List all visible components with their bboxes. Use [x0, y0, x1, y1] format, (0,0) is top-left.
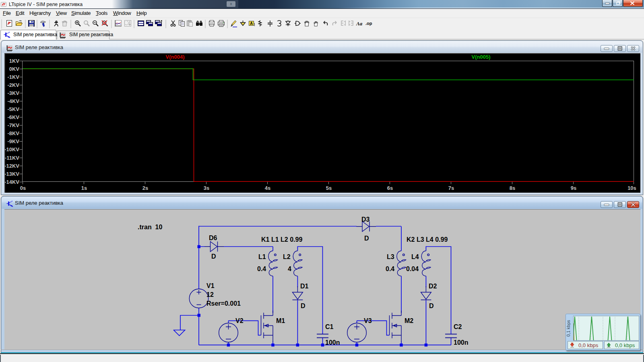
svg-text:-9KV: -9KV [7, 138, 19, 144]
svg-text:C2: C2 [454, 323, 462, 330]
svg-text:10s: 10s [627, 185, 636, 191]
svg-text:L4: L4 [411, 253, 419, 260]
svg-text:V(n005): V(n005) [472, 54, 491, 60]
svg-text:-6KV: -6KV [7, 114, 19, 120]
svg-text:D: D [211, 253, 216, 260]
svg-text:100n: 100n [325, 339, 340, 346]
svg-text:8s: 8s [510, 185, 515, 191]
svg-text:-4KV: -4KV [7, 98, 19, 104]
svg-text:L3: L3 [387, 253, 394, 260]
svg-text:0.4: 0.4 [386, 265, 394, 272]
svg-text:Aa: Aa [356, 21, 363, 27]
svg-text:D1: D1 [300, 283, 309, 290]
svg-text:D: D [301, 302, 305, 309]
svg-text:0.4: 0.4 [257, 265, 266, 272]
svg-text:K2 L3 L4 0.99: K2 L3 L4 0.99 [407, 236, 448, 243]
svg-text:0s: 0s [20, 185, 26, 191]
svg-text:D: D [364, 235, 369, 242]
svg-text:L1: L1 [258, 253, 266, 260]
svg-text:12: 12 [206, 291, 214, 298]
svg-text:9s: 9s [571, 185, 576, 191]
svg-text:C1: C1 [325, 323, 334, 330]
svg-text:V2: V2 [235, 317, 244, 324]
svg-text:5s: 5s [326, 185, 332, 191]
svg-text:3s: 3s [204, 185, 209, 191]
svg-text:100n: 100n [454, 339, 468, 346]
svg-text:4: 4 [288, 265, 291, 272]
svg-text:2s: 2s [142, 185, 148, 191]
svg-text:D3: D3 [361, 216, 370, 223]
svg-text:-11KV: -11KV [5, 155, 19, 161]
svg-text:K1 L1 L2 0.99: K1 L1 L2 0.99 [261, 236, 302, 243]
svg-text:4s: 4s [265, 185, 270, 191]
svg-text:-12KV: -12KV [5, 163, 19, 169]
svg-text:Rser=0.001: Rser=0.001 [206, 300, 241, 307]
svg-text:-8KV: -8KV [7, 130, 19, 136]
svg-text:7s: 7s [448, 185, 454, 191]
svg-text:A: A [250, 21, 253, 26]
svg-text:-7KV: -7KV [7, 122, 19, 128]
svg-text:M2: M2 [405, 317, 413, 324]
svg-text:-13KV: -13KV [5, 171, 19, 177]
svg-text:M1: M1 [276, 317, 285, 324]
svg-text:V1: V1 [206, 282, 215, 289]
svg-text:V3: V3 [364, 317, 372, 324]
svg-text:.tran 10: .tran 10 [138, 224, 162, 230]
svg-text:-3KV: -3KV [7, 90, 19, 96]
svg-text:-5KV: -5KV [7, 106, 19, 112]
svg-text:1KV: 1KV [9, 58, 20, 64]
svg-text:1s: 1s [81, 185, 87, 191]
svg-text:.op: .op [365, 21, 372, 26]
svg-text:D: D [429, 302, 434, 309]
svg-text:6s: 6s [387, 185, 393, 191]
svg-text:D6: D6 [209, 234, 217, 241]
svg-text:L2: L2 [283, 253, 291, 260]
svg-text:0.04: 0.04 [406, 265, 419, 272]
svg-text:D2: D2 [429, 283, 437, 290]
svg-text:V(n004): V(n004) [166, 54, 185, 60]
svg-text:-14KV: -14KV [5, 179, 19, 185]
svg-text:-2KV: -2KV [7, 82, 19, 88]
svg-text:-10KV: -10KV [5, 146, 19, 152]
svg-text:-1KV: -1KV [7, 74, 19, 80]
svg-text:0KV: 0KV [9, 66, 20, 72]
